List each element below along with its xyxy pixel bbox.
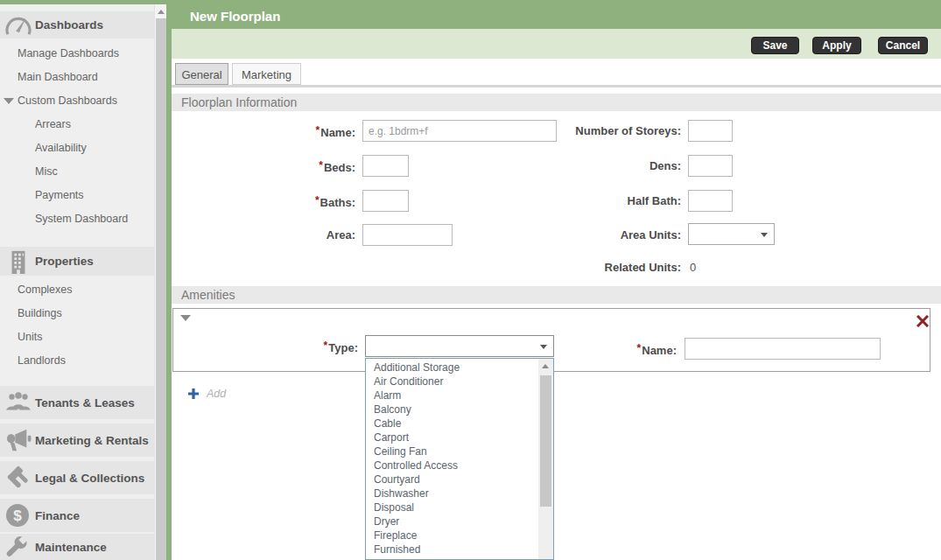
sidebar-scrollbar-thumb[interactable]	[156, 18, 166, 560]
area-units-select[interactable]	[688, 223, 775, 245]
sidebar-label: Dashboards	[35, 11, 103, 38]
delete-amenity-icon[interactable]	[916, 315, 929, 327]
tab-marketing[interactable]: Marketing	[232, 63, 301, 85]
related-units-value: 0	[690, 261, 696, 274]
amenity-option[interactable]: Alarm	[366, 388, 538, 402]
beds-label: *Beds:	[207, 159, 355, 174]
sidebar-item-legal-collections[interactable]: Legal & Collections	[0, 461, 154, 494]
name-input[interactable]	[362, 120, 557, 142]
section-title: Floorplan Information	[181, 94, 297, 111]
required-marker: *	[324, 340, 328, 352]
amenity-option[interactable]: Furnished	[366, 542, 538, 556]
sidebar-item-complexes[interactable]: Complexes	[0, 278, 154, 302]
sidebar-item-buildings[interactable]: Buildings	[0, 302, 154, 326]
area-input[interactable]	[362, 224, 453, 246]
sidebar-item-main-dashboard[interactable]: Main Dashboard	[0, 66, 154, 89]
amenity-option[interactable]: Courtyard	[366, 472, 538, 486]
sidebar-item-units[interactable]: Units	[0, 326, 154, 349]
amenity-option[interactable]: Dryer	[366, 514, 538, 528]
sidebar-item-availability[interactable]: Availability	[0, 136, 154, 160]
amenity-option[interactable]: Additional Storage	[366, 360, 538, 374]
required-marker: *	[315, 194, 320, 206]
sidebar-item-arrears[interactable]: Arrears	[0, 113, 154, 136]
area-units-label: Area Units:	[532, 228, 681, 242]
amenity-option[interactable]: Air Conditioner	[366, 374, 538, 388]
add-icon	[187, 388, 200, 400]
amenity-option[interactable]: Balcony	[366, 402, 538, 416]
collapse-icon[interactable]	[180, 315, 191, 321]
dropdown-scrollbar-thumb[interactable]	[540, 375, 551, 507]
amenity-type-label: *Type:	[253, 340, 358, 354]
amenity-option[interactable]: Disposal	[366, 500, 538, 514]
gauge-icon	[4, 14, 32, 37]
scroll-up-icon	[158, 10, 165, 14]
required-marker: *	[319, 159, 323, 172]
sidebar-item-tenants-leases[interactable]: Tenants & Leases	[0, 386, 154, 419]
sidebar-item-dashboards[interactable]: Dashboards	[0, 11, 154, 38]
sidebar-label: Legal & Collections	[35, 461, 144, 494]
add-label: Add	[207, 388, 226, 400]
name-label: *Name:	[207, 124, 355, 139]
sidebar-label: Tenants & Leases	[35, 386, 135, 419]
section-title: Amenities	[181, 286, 235, 304]
main-content: New Floorplan Save Apply Cancel General …	[172, 4, 941, 560]
building-icon	[6, 249, 31, 274]
sidebar-scrollbar[interactable]	[154, 4, 166, 560]
amenity-option[interactable]: Carport	[366, 430, 538, 444]
tab-divider	[172, 85, 941, 88]
beds-input[interactable]	[362, 155, 409, 177]
dens-input[interactable]	[688, 155, 733, 177]
floorplan-information-section-header: Floorplan Information	[172, 94, 941, 111]
page: Dashboards Manage Dashboards Main Dashbo…	[0, 0, 941, 560]
amenities-section-header: Amenities	[172, 286, 941, 304]
megaphone-icon	[4, 428, 32, 452]
select-arrow-icon	[540, 345, 547, 349]
sidebar-item-custom-dashboards[interactable]: Custom Dashboards	[0, 89, 154, 113]
sidebar-label: Finance	[35, 499, 80, 532]
amenity-option[interactable]: Cable	[366, 416, 538, 430]
sidebar-item-manage-dashboards[interactable]: Manage Dashboards	[0, 42, 154, 66]
gavel-icon	[4, 466, 31, 490]
sidebar-item-marketing-rentals[interactable]: Marketing & Rentals	[0, 424, 154, 457]
half-bath-input[interactable]	[688, 190, 733, 212]
sidebar: Dashboards Manage Dashboards Main Dashbo…	[0, 4, 154, 560]
amenity-option[interactable]: Dishwasher	[366, 486, 538, 500]
page-header: New Floorplan	[172, 4, 941, 29]
sidebar-label: Marketing & Rentals	[35, 424, 149, 457]
sidebar-label: Custom Dashboards	[18, 94, 117, 107]
amenity-option[interactable]: Controlled Access	[366, 458, 538, 472]
wrench-icon	[4, 535, 29, 559]
sidebar-item-landlords[interactable]: Landlords	[0, 349, 154, 373]
page-title: New Floorplan	[190, 4, 280, 29]
amenity-name-label: *Name:	[572, 342, 677, 357]
storeys-input[interactable]	[688, 120, 733, 142]
amenity-option[interactable]: Ceiling Fan	[366, 444, 538, 458]
sidebar-item-finance[interactable]: $ Finance	[0, 499, 154, 532]
half-bath-label: Half Bath:	[532, 194, 681, 207]
sidebar-item-system-dashboard[interactable]: System Dashboard	[0, 207, 154, 231]
save-button[interactable]: Save	[751, 37, 799, 54]
amenity-option[interactable]: Fireplace	[366, 528, 538, 542]
baths-label: *Baths:	[207, 194, 355, 209]
sidebar-item-properties[interactable]: Properties	[0, 247, 154, 276]
scroll-up-icon	[542, 364, 549, 368]
tab-general[interactable]: General	[175, 63, 228, 85]
dollar-coin-icon: $	[4, 502, 31, 528]
amenity-type-select[interactable]	[365, 335, 554, 357]
required-marker: *	[316, 124, 320, 136]
baths-input[interactable]	[362, 190, 409, 212]
sidebar-item-misc[interactable]: Misc	[0, 160, 154, 184]
sidebar-item-maintenance[interactable]: Maintenance	[0, 534, 154, 560]
apply-button[interactable]: Apply	[812, 37, 861, 54]
chevron-down-icon	[4, 98, 14, 104]
sidebar-item-payments[interactable]: Payments	[0, 184, 154, 207]
dropdown-scrollbar[interactable]	[538, 359, 553, 559]
cancel-button[interactable]: Cancel	[878, 37, 928, 54]
svg-text:$: $	[13, 508, 22, 524]
required-marker: *	[637, 342, 642, 354]
amenity-name-input[interactable]	[685, 338, 881, 360]
storeys-label: Number of Storeys:	[532, 124, 681, 137]
amenity-type-dropdown: Additional Storage Air Conditioner Alarm…	[365, 358, 554, 560]
amenity-option[interactable]: Garage	[366, 556, 538, 560]
dens-label: Dens:	[532, 159, 681, 172]
